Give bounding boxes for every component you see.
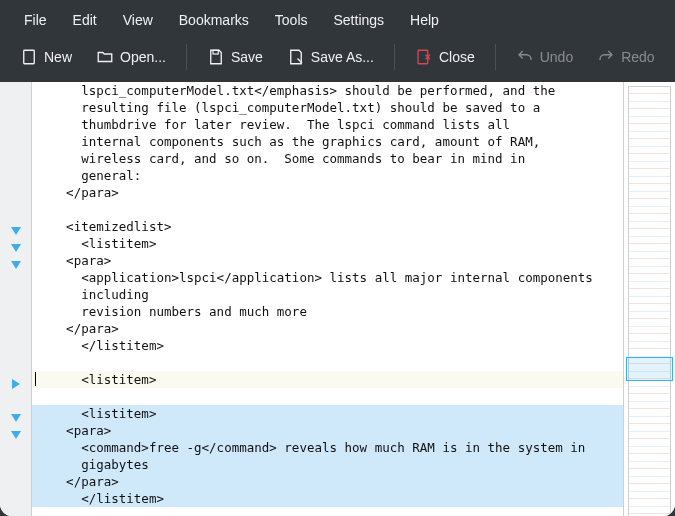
fold-open-icon (11, 431, 21, 439)
editor-line[interactable]: lspci_computerModel.txt</emphasis> shoul… (32, 82, 623, 99)
close-document-icon (415, 48, 433, 66)
editor-line[interactable]: </listitem> (32, 490, 623, 507)
editor-line[interactable]: including (32, 286, 623, 303)
fold-marker (0, 494, 31, 511)
folder-open-icon (96, 48, 114, 66)
save-as-button[interactable]: Save As... (277, 42, 384, 72)
fold-gutter[interactable] (0, 82, 32, 516)
editor-line[interactable]: <listitem> (32, 235, 623, 252)
save-button[interactable]: Save (197, 42, 273, 72)
editor-line[interactable]: general: (32, 167, 623, 184)
svg-rect-0 (24, 50, 35, 64)
toolbar-separator (394, 44, 395, 70)
editor-line[interactable]: </para> (32, 473, 623, 490)
new-file-icon (20, 48, 38, 66)
save-as-label: Save As... (311, 49, 374, 65)
fold-marker (0, 290, 31, 307)
undo-label: Undo (540, 49, 573, 65)
editor-line[interactable]: resulting file (lspci_computerModel.txt)… (32, 99, 623, 116)
minimap[interactable] (623, 82, 675, 516)
minimap-content (628, 86, 671, 516)
toolbar-separator (495, 44, 496, 70)
fold-marker (0, 171, 31, 188)
fold-marker (0, 154, 31, 171)
toolbar-separator (186, 44, 187, 70)
fold-marker (0, 477, 31, 494)
fold-marker[interactable] (0, 409, 31, 426)
redo-label: Redo (621, 49, 654, 65)
editor-line[interactable]: <para> (32, 422, 623, 439)
undo-icon (516, 48, 534, 66)
fold-marker (0, 511, 31, 516)
fold-marker (0, 205, 31, 222)
fold-marker (0, 137, 31, 154)
fold-open-icon (11, 414, 21, 422)
fold-marker (0, 443, 31, 460)
editor-line[interactable] (32, 388, 623, 405)
open-button[interactable]: Open... (86, 42, 176, 72)
fold-marker[interactable] (0, 239, 31, 256)
fold-marker (0, 324, 31, 341)
close-label: Close (439, 49, 475, 65)
editor-line[interactable]: </para> (32, 320, 623, 337)
editor-line[interactable]: gigabytes (32, 456, 623, 473)
save-icon (207, 48, 225, 66)
fold-marker (0, 86, 31, 103)
editor-line[interactable]: </para> (32, 184, 623, 201)
editor-line[interactable]: </listitem> (32, 337, 623, 354)
save-as-icon (287, 48, 305, 66)
undo-button[interactable]: Undo (506, 42, 583, 72)
fold-marker[interactable] (0, 426, 31, 443)
menu-file[interactable]: File (14, 8, 57, 32)
toolbar: New Open... Save Save As... Close Undo R… (0, 38, 675, 82)
open-label: Open... (120, 49, 166, 65)
editor-line[interactable]: <listitem> (32, 405, 623, 422)
fold-marker (0, 358, 31, 375)
editor-line[interactable]: wireless card, and so on. Some commands … (32, 150, 623, 167)
fold-open-icon (11, 261, 21, 269)
svg-rect-2 (418, 50, 428, 64)
fold-marker[interactable] (0, 222, 31, 239)
save-label: Save (231, 49, 263, 65)
menubar: File Edit View Bookmarks Tools Settings … (0, 0, 675, 38)
text-editor[interactable]: lspci_computerModel.txt</emphasis> shoul… (32, 82, 623, 516)
editor-line[interactable]: <itemizedlist> (32, 218, 623, 235)
new-button[interactable]: New (10, 42, 82, 72)
fold-marker[interactable] (0, 256, 31, 273)
menu-bookmarks[interactable]: Bookmarks (169, 8, 259, 32)
editor-line[interactable]: internal components such as the graphics… (32, 133, 623, 150)
menu-edit[interactable]: Edit (63, 8, 107, 32)
fold-marker (0, 103, 31, 120)
redo-icon (597, 48, 615, 66)
editor-line[interactable]: <application>lspci</application> lists a… (32, 269, 623, 286)
minimap-viewport[interactable] (626, 357, 673, 381)
editor-line[interactable] (32, 201, 623, 218)
editor-line[interactable] (32, 507, 623, 516)
fold-marker (0, 273, 31, 290)
editor-line[interactable] (32, 354, 623, 371)
fold-marker (0, 120, 31, 137)
editor-line[interactable]: <listitem> (32, 371, 623, 388)
fold-marker (0, 392, 31, 409)
fold-marker (0, 307, 31, 324)
menu-view[interactable]: View (113, 8, 163, 32)
menu-tools[interactable]: Tools (265, 8, 318, 32)
svg-rect-1 (213, 50, 218, 54)
redo-button[interactable]: Redo (587, 42, 664, 72)
close-button[interactable]: Close (405, 42, 485, 72)
menu-settings[interactable]: Settings (324, 8, 395, 32)
fold-marker (0, 341, 31, 358)
editor-line[interactable]: <command>free -g</command> reveals how m… (32, 439, 623, 456)
editor-line[interactable]: <para> (32, 252, 623, 269)
fold-open-icon (11, 244, 21, 252)
editor-area: lspci_computerModel.txt</emphasis> shoul… (0, 82, 675, 516)
fold-open-icon (11, 227, 21, 235)
editor-line[interactable]: thumbdrive for later review. The lspci c… (32, 116, 623, 133)
fold-closed-icon (12, 379, 20, 389)
fold-marker[interactable] (0, 375, 31, 392)
new-label: New (44, 49, 72, 65)
fold-marker (0, 460, 31, 477)
menu-help[interactable]: Help (400, 8, 449, 32)
fold-marker (0, 188, 31, 205)
editor-line[interactable]: revision numbers and much more (32, 303, 623, 320)
